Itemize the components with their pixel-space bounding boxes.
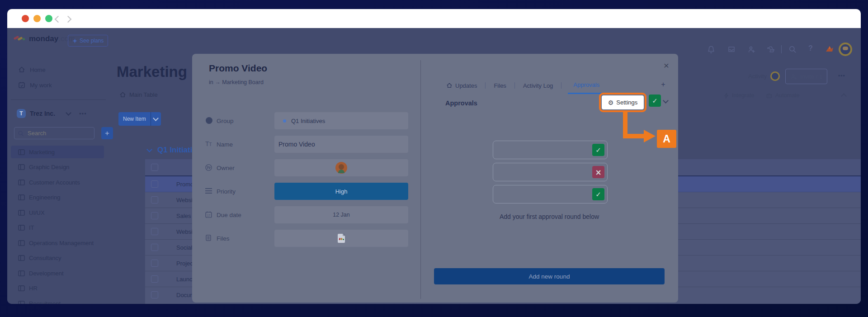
tab-main-table[interactable]: Main Table — [119, 91, 158, 98]
add-board-button[interactable]: + — [101, 127, 113, 139]
new-item-chevron-down-icon[interactable] — [151, 118, 161, 120]
board-label: Marketing — [29, 149, 55, 156]
tab-approvals[interactable]: Approvals — [568, 77, 605, 94]
workspace-more-icon[interactable]: ••• — [79, 110, 87, 117]
close-icon[interactable]: × — [660, 59, 673, 72]
rejected-chip: × — [592, 166, 604, 178]
new-item-button[interactable]: New Item — [118, 112, 161, 126]
tab-files[interactable]: Files — [492, 78, 508, 93]
board-more-options-icon[interactable]: ••• — [838, 73, 845, 79]
sidebar-item-my-work[interactable]: My work — [18, 81, 52, 89]
row-checkbox[interactable] — [151, 180, 158, 188]
field-label-files: Files — [217, 235, 230, 242]
help-icon[interactable]: ? — [808, 44, 813, 52]
owner-field-icon — [205, 164, 212, 171]
forward-icon[interactable] — [65, 16, 72, 23]
close-window-button[interactable] — [22, 15, 29, 22]
sidebar-item-graphic-design[interactable]: Graphic Design — [11, 161, 104, 173]
activity-button[interactable]: Activity — [748, 71, 780, 81]
gear-icon: ⚙ — [608, 99, 614, 106]
tab-activity-log[interactable]: Activity Log — [521, 78, 555, 93]
group-collapse-chevron-icon[interactable] — [146, 147, 152, 152]
annotation-letter: A — [663, 133, 670, 145]
settings-button[interactable]: ⚙ Settings — [602, 95, 644, 109]
row-checkbox[interactable] — [151, 291, 158, 298]
due-date-field-value[interactable]: 12 Jan — [274, 206, 408, 223]
row-checkbox[interactable] — [151, 244, 158, 251]
field-label-owner: Owner — [217, 165, 235, 171]
row-name[interactable]: Promo — [176, 181, 193, 188]
field-label-priority: Priority — [217, 188, 236, 195]
sidebar-item-marketing[interactable]: Marketing — [11, 146, 104, 158]
row-checkbox[interactable] — [151, 196, 158, 203]
name-field-value[interactable]: Promo Video — [274, 136, 408, 153]
board-label: Engineering — [29, 194, 60, 201]
owner-field-value[interactable] — [274, 159, 408, 176]
row-checkbox[interactable] — [151, 275, 158, 283]
invite-members-icon[interactable] — [747, 45, 755, 53]
see-plans-button[interactable]: See plans — [68, 35, 108, 47]
approval-status-chevron-down-icon[interactable] — [663, 98, 669, 104]
add-new-round-label: Add new round — [529, 273, 570, 280]
sidebar-item-it[interactable]: IT — [11, 221, 104, 234]
item-tabs: Updates Files Activity Log Approvals — [444, 77, 605, 94]
row-name[interactable]: Websi — [176, 197, 193, 203]
row-checkbox[interactable] — [151, 228, 158, 235]
sidebar-item-home[interactable]: Home — [18, 66, 46, 73]
add-new-round-button[interactable]: Add new round — [434, 268, 665, 284]
sidebar-item-customer-accounts[interactable]: Customer Accounts — [11, 176, 104, 189]
board-label: UI/UX — [29, 209, 45, 216]
sidebar-item-uiux[interactable]: UI/UX — [11, 206, 104, 219]
search-input[interactable] — [27, 129, 83, 137]
invite-label: Invite / 1 — [800, 73, 822, 80]
sidebar-item-development[interactable]: Development — [11, 267, 104, 279]
priority-value-text: High — [335, 188, 348, 195]
back-icon[interactable] — [55, 16, 62, 23]
inbox-tray-icon[interactable] — [727, 45, 736, 53]
notifications-bell-icon[interactable] — [707, 45, 715, 53]
row-checkbox[interactable] — [151, 212, 158, 219]
approved-chip: ✓ — [592, 188, 604, 200]
plus-icon: + — [105, 129, 109, 138]
row-checkbox[interactable] — [151, 260, 158, 267]
tab-updates[interactable]: Updates — [444, 78, 479, 93]
cross-icon: × — [595, 168, 601, 177]
collapse-header-chevron-up-icon[interactable] — [841, 93, 847, 99]
item-breadcrumb[interactable]: in → Marketing Board — [209, 79, 264, 85]
integrate-button[interactable]: Integrate — [723, 92, 754, 99]
row-name[interactable]: Docur — [176, 292, 192, 298]
automate-button[interactable]: Automate — [766, 92, 800, 99]
maximize-window-button[interactable] — [45, 15, 52, 22]
row-name[interactable]: Social — [176, 244, 192, 251]
group-field-value[interactable]: Q1 Initiatives — [274, 112, 408, 129]
sidebar-item-engineering[interactable]: Engineering — [11, 191, 104, 203]
header-divider — [781, 45, 782, 53]
name-field-icon: TT — [205, 140, 212, 147]
add-tab-plus-icon[interactable]: + — [658, 79, 669, 90]
sidebar-search[interactable] — [14, 127, 94, 139]
row-name[interactable]: Projec — [176, 260, 193, 267]
board-label: Development — [29, 270, 64, 277]
approval-status-chip[interactable]: ✓ — [649, 95, 661, 107]
monday-logo[interactable]: monday.com — [14, 34, 75, 43]
sidebar-item-consultancy[interactable]: Consultancy — [11, 251, 104, 264]
invite-button[interactable]: Invite / 1 — [785, 69, 827, 84]
select-all-checkbox[interactable] — [151, 164, 158, 171]
sidebar-item-hr[interactable]: HR — [11, 282, 104, 294]
product-switcher-icon[interactable] — [825, 44, 835, 53]
row-name[interactable]: Sales — [176, 213, 191, 219]
annotation-arrowhead — [644, 130, 656, 142]
sidebar-item-recruitment[interactable]: Recruitment — [11, 297, 104, 304]
workspace-switcher[interactable]: T Trez Inc. ••• — [17, 109, 87, 118]
minimize-window-button[interactable] — [33, 15, 41, 22]
files-field-value[interactable] — [274, 230, 408, 247]
priority-field-value[interactable]: High — [274, 183, 408, 200]
my-work-icon — [18, 81, 25, 89]
workspace-chevron-down-icon — [66, 110, 71, 116]
apps-marketplace-icon[interactable] — [767, 45, 775, 53]
row-name[interactable]: Websi — [176, 228, 193, 235]
row-name[interactable]: Launc — [176, 276, 192, 283]
sidebar-item-operations-management[interactable]: Operations Management — [11, 237, 104, 249]
search-icon[interactable] — [788, 45, 797, 53]
user-avatar[interactable] — [839, 43, 852, 56]
